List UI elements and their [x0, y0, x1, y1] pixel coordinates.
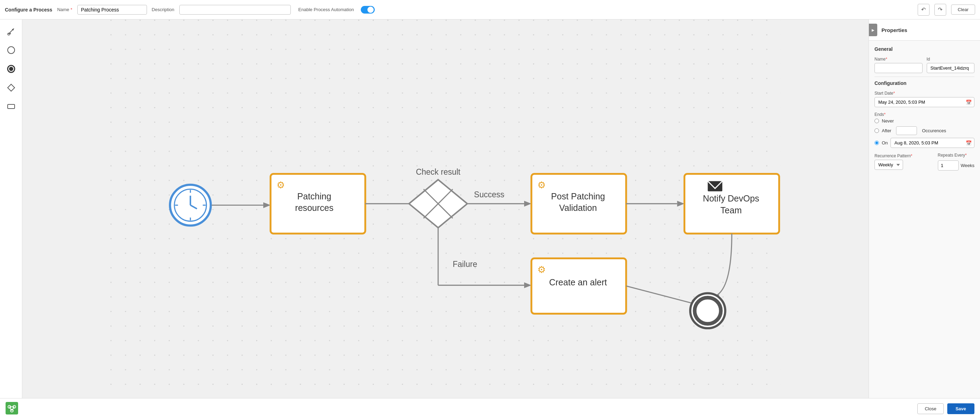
ends-on-radio[interactable]: [875, 141, 879, 145]
tool-rect[interactable]: [3, 99, 19, 114]
bottom-actions: Close Save: [917, 403, 974, 414]
ends-field: Ends* Never After Occurences On: [875, 112, 974, 148]
weeks-label: Weeks: [961, 163, 975, 168]
tool-diamond[interactable]: [3, 80, 19, 95]
svg-text:⚙: ⚙: [277, 179, 285, 190]
svg-text:Validation: Validation: [559, 203, 597, 213]
enable-toggle[interactable]: [361, 6, 375, 14]
redo-button[interactable]: ↷: [934, 4, 946, 16]
bottom-bar: Close Save: [0, 398, 980, 419]
prop-id-label: Id: [927, 57, 975, 62]
start-date-calendar-icon[interactable]: 📅: [966, 100, 972, 105]
start-date-wrap: 📅: [875, 97, 974, 107]
configure-title: Configure a Process: [5, 7, 52, 13]
ends-on-row: On 📅: [875, 138, 974, 148]
svg-point-7: [9, 67, 13, 71]
panel-body: General Name* Id Configuration: [869, 41, 980, 176]
close-button[interactable]: Close: [917, 403, 943, 414]
svg-marker-8: [8, 84, 14, 91]
svg-text:Team: Team: [720, 205, 741, 215]
svg-text:Create an alert: Create an alert: [549, 277, 607, 287]
svg-text:Post Patching: Post Patching: [551, 191, 605, 201]
clear-button[interactable]: Clear: [951, 5, 975, 14]
svg-text:⚙: ⚙: [537, 179, 546, 190]
repeats-every-wrap: Repeats Every* Weeks: [938, 153, 975, 170]
ends-never-row: Never: [875, 118, 974, 124]
logo: [6, 402, 18, 416]
svg-text:Check result: Check result: [416, 167, 460, 176]
recurrence-select[interactable]: Daily Weekly Monthly Yearly: [875, 160, 903, 170]
start-date-input[interactable]: [875, 97, 974, 107]
enable-label: Enable Process Automation: [299, 7, 354, 12]
name-id-row: Name* Id: [875, 57, 974, 73]
ends-never-radio[interactable]: [875, 119, 879, 123]
recurrence-label: Recurrence Pattern*: [875, 154, 934, 158]
ends-after-row: After Occurences: [875, 126, 974, 135]
recurrence-pattern-wrap: Recurrence Pattern* Daily Weekly Monthly…: [875, 154, 934, 170]
left-toolbar: [0, 19, 22, 398]
ends-label: Ends*: [875, 112, 974, 117]
occurrences-label: Occurences: [922, 128, 946, 133]
ends-after-radio[interactable]: [875, 129, 879, 133]
tool-circle-filled[interactable]: [3, 61, 19, 76]
svg-text:⚙: ⚙: [537, 264, 546, 275]
tool-circle-empty[interactable]: [3, 43, 19, 58]
ends-on-date-input[interactable]: [891, 138, 974, 148]
repeats-every-input[interactable]: [938, 160, 959, 170]
tool-arrow[interactable]: [3, 24, 19, 39]
main-area: ⚙ Patching resources Check result Succes…: [0, 19, 980, 398]
process-name-input[interactable]: [77, 5, 147, 14]
prop-name-input[interactable]: [875, 63, 923, 73]
id-field-wrap: Id: [927, 57, 975, 73]
svg-rect-9: [8, 105, 14, 109]
svg-text:Success: Success: [474, 190, 504, 199]
start-date-field: Start Date* 📅: [875, 91, 974, 107]
svg-point-5: [8, 47, 14, 54]
topbar: Configure a Process Name * Description E…: [0, 0, 980, 19]
panel-title: Properties: [881, 27, 907, 33]
description-input[interactable]: [179, 5, 291, 14]
svg-text:Notify DevOps: Notify DevOps: [703, 194, 759, 203]
repeats-every-label: Repeats Every*: [938, 153, 967, 158]
panel-toggle-button[interactable]: ▶: [869, 24, 877, 36]
occurrences-input[interactable]: [896, 126, 917, 135]
ends-on-label[interactable]: On: [882, 140, 888, 146]
prop-name-label: Name*: [875, 57, 923, 62]
properties-panel: ▶ Properties General Name* Id C: [869, 19, 980, 398]
description-label: Description: [152, 7, 175, 12]
canvas[interactable]: ⚙ Patching resources Check result Succes…: [22, 19, 869, 398]
svg-text:Failure: Failure: [453, 260, 477, 269]
save-button[interactable]: Save: [947, 403, 974, 414]
undo-button[interactable]: ↶: [918, 4, 929, 16]
svg-rect-57: [6, 402, 18, 414]
recurrence-row: Recurrence Pattern* Daily Weekly Monthly…: [875, 153, 974, 170]
panel-header: ▶ Properties: [869, 19, 980, 41]
general-section-title: General: [875, 46, 974, 52]
prop-id-input[interactable]: [927, 63, 975, 73]
svg-rect-41: [684, 174, 779, 234]
ends-never-label[interactable]: Never: [882, 118, 894, 124]
name-label: Name *: [57, 7, 72, 12]
configuration-section-title: Configuration: [875, 80, 974, 86]
ends-on-calendar-icon[interactable]: 📅: [966, 140, 972, 146]
name-field-wrap: Name*: [875, 57, 923, 73]
start-date-label: Start Date*: [875, 91, 974, 96]
ends-on-date-wrap: 📅: [891, 138, 974, 148]
svg-text:Patching: Patching: [298, 191, 331, 201]
ends-after-label[interactable]: After: [882, 128, 891, 133]
svg-text:resources: resources: [295, 203, 333, 213]
section-divider: [875, 76, 974, 77]
